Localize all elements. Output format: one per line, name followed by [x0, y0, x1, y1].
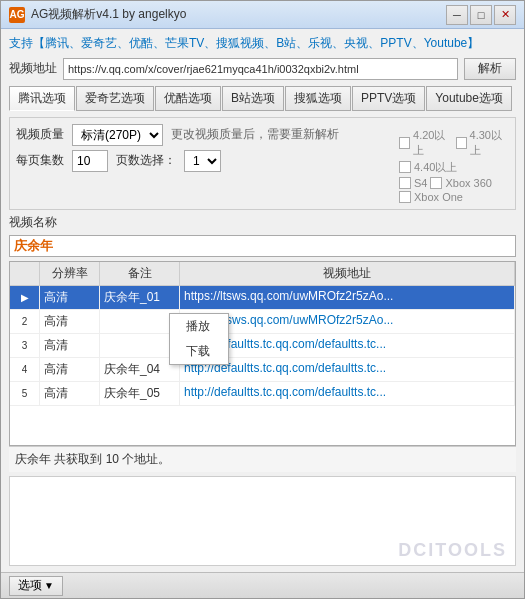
tab-pptv[interactable]: PPTV选项 [352, 86, 425, 111]
tab-bilibili[interactable]: B站选项 [222, 86, 284, 111]
checkbox-5[interactable] [399, 191, 411, 203]
right-option-0: 4.20以上 4.30以上 [399, 128, 509, 158]
window-title: AG视频解析v4.1 by angelkyo [31, 6, 446, 23]
options-label: 选项 [18, 577, 42, 594]
table-row[interactable]: 2 高清 https://ltsws.qq.com/uwMROfz2r5zAo.… [10, 310, 515, 334]
row-4-resolution: 高清 [40, 358, 100, 381]
app-icon: AG [9, 7, 25, 23]
options-arrow-icon: ▼ [44, 580, 54, 591]
panel-left: 视频质量 标清(270P) 更改视频质量后，需要重新解析 每页集数 页数选择： … [16, 124, 393, 203]
right-option-3: S4 Xbox 360 [399, 177, 509, 189]
watermark-text: DCITOOLS [398, 540, 507, 561]
tab-youku[interactable]: 优酷选项 [155, 86, 221, 111]
tab-tencent[interactable]: 腾讯选项 [9, 86, 75, 111]
content-area: 支持【腾讯、爱奇艺、优酷、芒果TV、搜狐视频、B站、乐视、央视、PPTV、You… [1, 29, 524, 572]
checkbox-0[interactable] [399, 137, 410, 149]
th-url: 视频地址 [180, 262, 515, 285]
video-name-section: 视频名称 [9, 214, 516, 257]
page-label: 每页集数 [16, 152, 64, 169]
url-input[interactable] [63, 58, 458, 80]
page-select-label: 页数选择： [116, 152, 176, 169]
tab-sohu[interactable]: 搜狐选项 [285, 86, 351, 111]
right-option-label-4: Xbox 360 [445, 177, 491, 189]
th-resolution: 分辨率 [40, 262, 100, 285]
close-button[interactable]: ✕ [494, 5, 516, 25]
table-body: ▶ 高清 庆余年_01 https://ltsws.qq.com/uwMROfz… [10, 286, 515, 445]
top-panel: 视频质量 标清(270P) 更改视频质量后，需要重新解析 每页集数 页数选择： … [16, 124, 509, 203]
title-bar: AG AG视频解析v4.1 by angelkyo ─ □ ✕ [1, 1, 524, 29]
url-label: 视频地址 [9, 60, 57, 77]
table-wrapper: 分辨率 备注 视频地址 ▶ 高清 庆余年_01 https://ltsws.qq… [9, 261, 516, 472]
right-option-label-1: 4.30以上 [470, 128, 509, 158]
panel-section: 视频质量 标清(270P) 更改视频质量后，需要重新解析 每页集数 页数选择： … [9, 117, 516, 210]
th-0 [10, 262, 40, 285]
right-option-label-3: S4 [414, 177, 427, 189]
right-option-label-2: 4.40以上 [414, 160, 457, 175]
quality-note: 更改视频质量后，需要重新解析 [171, 126, 339, 143]
main-window: AG AG视频解析v4.1 by angelkyo ─ □ ✕ 支持【腾讯、爱奇… [0, 0, 525, 599]
options-button[interactable]: 选项 ▼ [9, 576, 63, 596]
minimize-button[interactable]: ─ [446, 5, 468, 25]
row-3-note [100, 334, 180, 357]
checkbox-3[interactable] [399, 177, 411, 189]
table-header: 分辨率 备注 视频地址 [10, 262, 515, 286]
footer-bar: 选项 ▼ [1, 572, 524, 598]
row-5-resolution: 高清 [40, 382, 100, 405]
table-row[interactable]: 5 高清 庆余年_05 http://defaultts.tc.qq.com/d… [10, 382, 515, 406]
context-item-download[interactable]: 下载 [170, 339, 228, 364]
context-menu: 播放 下载 [169, 313, 229, 365]
parse-button[interactable]: 解析 [464, 58, 516, 80]
page-count-input[interactable] [72, 150, 108, 172]
row-4-url: http://defaultts.tc.qq.com/defaultts.tc.… [180, 358, 515, 381]
maximize-button[interactable]: □ [470, 5, 492, 25]
checkbox-4[interactable] [430, 177, 442, 189]
row-num-4: 4 [10, 358, 40, 381]
table-row[interactable]: 3 高清 http://defaultts.tc.qq.com/defaultt… [10, 334, 515, 358]
tabs-row: 腾讯选项 爱奇艺选项 优酷选项 B站选项 搜狐选项 PPTV选项 Youtube… [9, 86, 516, 111]
th-note: 备注 [100, 262, 180, 285]
quality-label: 视频质量 [16, 126, 64, 143]
row-3-resolution: 高清 [40, 334, 100, 357]
video-name-input[interactable] [9, 235, 516, 257]
row-num-2: 2 [10, 310, 40, 333]
support-line: 支持【腾讯、爱奇艺、优酷、芒果TV、搜狐视频、B站、乐视、央视、PPTV、You… [9, 35, 516, 52]
tab-youtube[interactable]: Youtube选项 [426, 86, 512, 111]
row-num-5: 5 [10, 382, 40, 405]
right-option-5: Xbox One [399, 191, 509, 203]
right-option-label-5: Xbox One [414, 191, 463, 203]
row-2-resolution: 高清 [40, 310, 100, 333]
bottom-area: DCITOOLS [9, 476, 516, 566]
status-bar: 庆余年 共获取到 10 个地址。 [9, 446, 516, 472]
panel-right: 4.20以上 4.30以上 4.40以上 S4 Xbox 360 [399, 124, 509, 203]
row-1-resolution: 高清 [40, 286, 100, 309]
url-row: 视频地址 解析 [9, 58, 516, 80]
checkbox-1[interactable] [456, 137, 467, 149]
table-area: 分辨率 备注 视频地址 ▶ 高清 庆余年_01 https://ltsws.qq… [9, 261, 516, 446]
right-option-label-0: 4.20以上 [413, 128, 452, 158]
row-1-url: https://ltsws.qq.com/uwMROfz2r5zAo... [180, 286, 515, 309]
row-1-note: 庆余年_01 [100, 286, 180, 309]
row-num-3: 3 [10, 334, 40, 357]
table-row[interactable]: ▶ 高清 庆余年_01 https://ltsws.qq.com/uwMROfz… [10, 286, 515, 310]
page-row: 每页集数 页数选择： 1 [16, 150, 393, 172]
video-name-label: 视频名称 [9, 214, 516, 231]
quality-select[interactable]: 标清(270P) [72, 124, 163, 146]
window-controls: ─ □ ✕ [446, 5, 516, 25]
table-row[interactable]: 4 高清 庆余年_04 http://defaultts.tc.qq.com/d… [10, 358, 515, 382]
page-select[interactable]: 1 [184, 150, 221, 172]
checkbox-2[interactable] [399, 161, 411, 173]
row-indicator-1: ▶ [10, 286, 40, 309]
context-item-play[interactable]: 播放 [170, 314, 228, 339]
right-option-2: 4.40以上 [399, 160, 509, 175]
row-2-note [100, 310, 180, 333]
row-2-url: https://ltsws.qq.com/uwMROfz2r5zAo... [180, 310, 515, 333]
row-5-note: 庆余年_05 [100, 382, 180, 405]
row-5-url: http://defaultts.tc.qq.com/defaultts.tc.… [180, 382, 515, 405]
tab-iqiyi[interactable]: 爱奇艺选项 [76, 86, 154, 111]
quality-row: 视频质量 标清(270P) 更改视频质量后，需要重新解析 [16, 124, 393, 146]
row-3-url: http://defaultts.tc.qq.com/defaultts.tc.… [180, 334, 515, 357]
row-4-note: 庆余年_04 [100, 358, 180, 381]
